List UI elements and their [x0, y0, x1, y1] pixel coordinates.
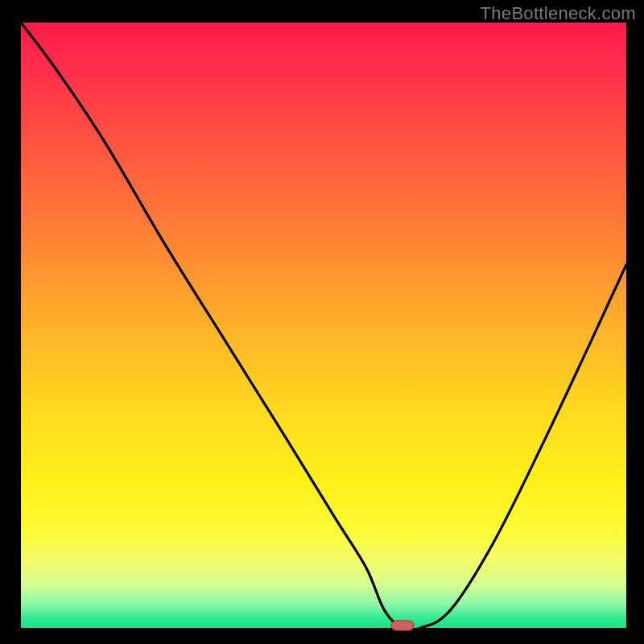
watermark-text: TheBottleneck.com: [481, 3, 636, 24]
chart-frame: TheBottleneck.com: [0, 0, 644, 644]
bottleneck-curve: [21, 23, 626, 628]
curve-path: [21, 23, 626, 630]
plot-area: [21, 23, 626, 628]
optimal-marker: [390, 620, 415, 631]
optimal-marker-shape: [391, 621, 414, 630]
